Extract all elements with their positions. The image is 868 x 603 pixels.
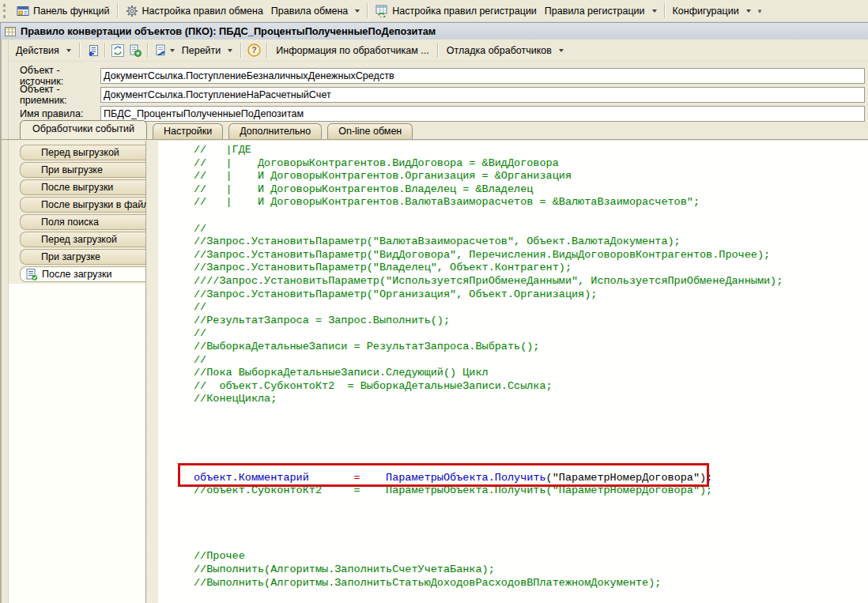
add-document-button[interactable] <box>126 40 144 60</box>
tab-content: Перед выгрузкойПри выгрузкеПосле выгрузк… <box>0 139 868 603</box>
code-line: //РезультатЗапроса = Запрос.Выполнить(); <box>194 315 868 328</box>
code-line: // |ГДЕ <box>194 144 868 157</box>
app-toolbar-item-exchange-rules-setup[interactable]: Настройка правил обмена <box>122 1 267 21</box>
target-object-field[interactable] <box>100 87 865 103</box>
event-handlers-sidebar: Перед выгрузкойПри выгрузкеПосле выгрузк… <box>9 141 146 603</box>
form-row-source-object: Объект - источник: <box>9 66 868 85</box>
dropdown-arrow-icon <box>746 9 751 15</box>
toolbar-separator <box>367 3 368 18</box>
toolbar-separator <box>104 43 106 58</box>
sidebar-item-label: После выгрузки в файл <box>41 198 149 213</box>
code-line <box>194 419 868 432</box>
dropdown-arrow-icon <box>228 49 232 55</box>
app-toolbar-item-exchange-rules[interactable]: Правила обмена <box>267 1 364 21</box>
toolbar-item-label: Правила обмена <box>271 6 348 17</box>
code-line: //Прочее <box>194 550 868 563</box>
sidebar-item-label: Перед загрузкой <box>41 232 117 247</box>
sidebar-item-search-fields[interactable]: Поля поиска <box>20 214 145 230</box>
code-line: //Запрос.УстановитьПараметр("ВалютаВзаим… <box>194 236 868 249</box>
table-icon <box>5 26 16 37</box>
tab-additional[interactable]: Дополнительно <box>228 123 322 139</box>
gear-icon <box>126 5 138 17</box>
event-handler-tabs: Перед выгрузкойПри выгрузкеПосле выгрузк… <box>9 141 145 284</box>
sidebar-item-label: При выгрузке <box>41 163 103 178</box>
actions-button[interactable]: Действия <box>11 40 76 60</box>
code-line: // | ДоговорыКонтрагентов.ВидДоговора = … <box>194 157 868 171</box>
code-line: //Пока ВыборкаДетальныеЗаписи.Следующий(… <box>194 367 868 380</box>
sidebar-item-before-export[interactable]: Перед выгрузкой <box>20 145 145 160</box>
code-line <box>194 511 868 525</box>
toolbar-item-label: Настройка правил обмена <box>142 6 263 17</box>
code-line <box>194 458 868 472</box>
help-button[interactable]: ? <box>245 40 263 60</box>
code-line: // | И ДоговорыКонтрагентов.ВалютаВзаимо… <box>194 196 868 209</box>
app-toolbar-item-registration-rules-setup[interactable]: Настройка правил регистрации <box>372 1 541 21</box>
toolbar-separator <box>266 43 268 58</box>
code-line <box>194 524 868 537</box>
sidebar-item-after-export[interactable]: После выгрузки <box>20 179 145 195</box>
rule-form: Объект - источник:Объект - приемник:Имя … <box>9 61 868 122</box>
document-check-icon <box>26 269 38 281</box>
code-line <box>194 432 868 446</box>
sidebar-item-after-export-to-file[interactable]: После выгрузки в файл <box>20 197 145 213</box>
form-row-target-object: Объект - приемник: <box>9 85 868 104</box>
registration-rules-icon <box>376 5 388 17</box>
sidebar-item-on-export[interactable]: При выгрузке <box>20 162 145 178</box>
code-line: //Выполнить(Алгоритмы.ЗаполнитьСтатьюДох… <box>194 577 868 590</box>
app-toolbar-item-function-panel[interactable]: Панель функций <box>13 1 114 21</box>
toolbar-separator <box>117 3 119 18</box>
code-line: //Выполнить(Алгоритмы.ЗаполнитьСчетУчета… <box>194 563 868 577</box>
sidebar-item-label: После загрузки <box>42 267 111 282</box>
sidebar-item-before-import[interactable]: Перед загрузкой <box>20 232 145 247</box>
code-line: // <box>194 301 868 315</box>
debug-handlers-button[interactable]: Отладка обработчиков <box>442 40 568 60</box>
code-editor[interactable]: // |ГДЕ// | ДоговорыКонтрагентов.ВидДого… <box>158 141 868 603</box>
code-line <box>194 498 868 511</box>
tab-bar: Обработчики событийНастройкиДополнительн… <box>9 122 868 139</box>
toolbar-grip[interactable] <box>3 4 8 18</box>
code-line: //объект.СубконтоКт2 = ПараметрыОбъекта.… <box>194 484 868 498</box>
refresh-button[interactable] <box>109 40 126 60</box>
help-icon: ? <box>247 43 261 57</box>
sidebar-empty-area <box>9 284 145 603</box>
code-line: //Запрос.УстановитьПараметр("Владелец", … <box>194 262 868 275</box>
window-toolbar: ДействияПерейти?Информация по обработчик… <box>9 40 868 62</box>
toolbar-separator <box>240 43 242 58</box>
code-line: ////Запрос.УстановитьПараметр("Используе… <box>194 275 868 288</box>
tab-online-exchange[interactable]: On-line обмен <box>327 123 413 139</box>
toolbar-separator <box>437 43 439 58</box>
svg-text:?: ? <box>252 45 257 55</box>
toolbar-item-label: Действия <box>16 45 59 56</box>
tab-settings[interactable]: Настройки <box>153 123 223 139</box>
toolbar-item-label: Панель функций <box>33 6 110 17</box>
rule-name-label: Имя правила: <box>20 108 99 119</box>
code-line: объект.Комментарий = ПараметрыОбъекта.По… <box>194 472 868 485</box>
write-document-icon <box>86 44 99 57</box>
sidebar-item-on-import[interactable]: При загрузке <box>20 249 145 265</box>
dropdown-arrow-icon <box>66 49 71 55</box>
toolbar-overflow-icon[interactable]: ▾ <box>758 8 762 14</box>
app-toolbar-item-configurations[interactable]: Конфигурации <box>669 1 755 21</box>
code-line: // | И ДоговорыКонтрагентов.Организация … <box>194 170 868 183</box>
source-object-field[interactable] <box>100 68 865 84</box>
main-toolbar: Панель функцийНастройка правил обменаПра… <box>0 0 868 22</box>
goto-button[interactable]: Перейти <box>177 40 238 60</box>
add-document-icon <box>129 44 142 57</box>
handlers-info-button[interactable]: Информация по обработчикам ... <box>271 40 433 60</box>
refresh-icon <box>111 44 124 57</box>
window-titlebar[interactable]: Правило конвертации объектов (ПКО): ПБДС… <box>0 22 868 40</box>
code-line: //ВыборкаДетальныеЗаписи = РезультатЗапр… <box>194 341 868 354</box>
dropdown-arrow-icon <box>559 49 564 55</box>
sidebar-item-after-import[interactable]: После загрузки <box>20 266 145 282</box>
write-document-button[interactable] <box>84 40 101 60</box>
rule-name-field[interactable] <box>100 106 865 122</box>
goto-icon-button-button[interactable] <box>152 40 177 60</box>
dropdown-arrow-icon <box>652 9 657 15</box>
app-toolbar-item-registration-rules[interactable]: Правила регистрации <box>541 1 661 21</box>
tab-event-handlers[interactable]: Обработчики событий <box>20 120 147 139</box>
dropdown-arrow-icon <box>170 49 175 55</box>
goto-icon <box>154 44 167 57</box>
code-scrollbar-track[interactable] <box>146 141 158 603</box>
code-line: //Запрос.УстановитьПараметр("Организация… <box>194 288 868 302</box>
toolbar-item-label: Настройка правил регистрации <box>392 6 537 17</box>
